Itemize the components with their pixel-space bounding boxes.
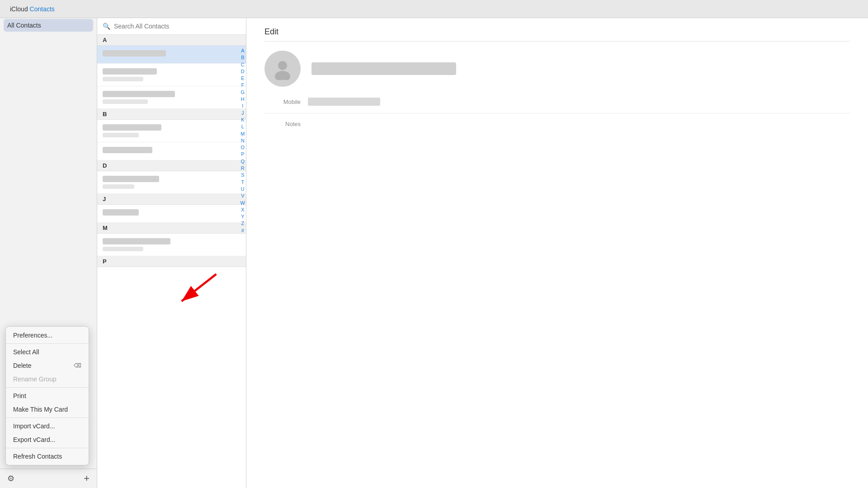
contact-name-field — [311, 62, 456, 75]
mobile-label: Mobile — [264, 99, 301, 105]
alpha-p[interactable]: P — [241, 151, 244, 157]
menu-item-rename-group: Rename Group — [6, 372, 89, 386]
contact-name-bar — [103, 238, 170, 244]
mobile-value — [308, 98, 380, 106]
contact-name-bar — [103, 176, 159, 182]
contacts-label: Contacts — [30, 5, 55, 13]
alpha-i[interactable]: I — [242, 103, 243, 109]
alpha-s[interactable]: S — [241, 172, 244, 178]
make-my-card-label: Make This My Card — [13, 406, 68, 413]
sidebar-footer: ⚙ + — [0, 469, 97, 488]
main-area: All Contacts Preferences... Select All D… — [0, 18, 868, 488]
gear-button[interactable]: ⚙ — [7, 474, 14, 483]
rename-group-label: Rename Group — [13, 375, 57, 383]
list-item[interactable] — [97, 234, 246, 256]
list-item[interactable] — [97, 46, 246, 64]
list-item[interactable] — [97, 64, 246, 86]
search-bar: 🔍 — [97, 18, 246, 35]
delete-label: Delete — [13, 362, 31, 369]
notes-label: Notes — [264, 121, 301, 127]
section-header-m: M — [97, 223, 246, 234]
contact-sub-bar — [103, 77, 143, 81]
alpha-q[interactable]: Q — [241, 158, 245, 164]
alpha-o[interactable]: O — [241, 144, 245, 150]
menu-separator-2 — [6, 387, 89, 388]
alpha-v[interactable]: V — [241, 192, 244, 199]
contact-sub-bar — [103, 99, 148, 104]
alpha-n[interactable]: N — [241, 137, 245, 144]
alpha-j[interactable]: J — [241, 110, 244, 116]
menu-item-delete[interactable]: Delete ⌫ — [6, 359, 89, 372]
menu-item-make-my-card[interactable]: Make This My Card — [6, 403, 89, 416]
app-title: iCloud Contacts — [10, 5, 55, 13]
alpha-a[interactable]: A — [241, 47, 244, 54]
alpha-w[interactable]: W — [241, 200, 245, 206]
menu-item-import-vcard[interactable]: Import vCard... — [6, 419, 89, 433]
contact-name-bar — [103, 209, 139, 216]
search-icon: 🔍 — [103, 23, 110, 30]
menu-item-export-vcard[interactable]: Export vCard... — [6, 433, 89, 446]
icloud-label: iCloud — [10, 5, 28, 13]
alpha-h[interactable]: H — [241, 96, 245, 102]
alpha-c[interactable]: C — [241, 61, 245, 68]
titlebar: iCloud Contacts — [0, 0, 868, 18]
contact-list-panel: 🔍 A B — [97, 18, 246, 488]
section-header-p: P — [97, 256, 246, 267]
select-all-label: Select All — [13, 348, 39, 356]
menu-item-refresh[interactable]: Refresh Contacts — [6, 450, 89, 463]
list-item[interactable] — [97, 171, 246, 194]
search-input[interactable] — [114, 23, 241, 30]
svg-point-2 — [278, 61, 287, 70]
alpha-g[interactable]: G — [241, 89, 245, 95]
detail-panel: Edit Mobile Notes — [246, 18, 868, 488]
section-header-j: J — [97, 194, 246, 205]
list-item[interactable] — [97, 86, 246, 109]
context-menu: Preferences... Select All Delete ⌫ Renam… — [5, 326, 89, 465]
avatar — [264, 51, 301, 87]
section-header-b: B — [97, 109, 246, 120]
alpha-l[interactable]: L — [241, 123, 244, 130]
contact-name-bar — [103, 147, 152, 153]
menu-separator-4 — [6, 448, 89, 448]
list-item[interactable] — [97, 120, 246, 142]
section-header-d: D — [97, 160, 246, 171]
menu-item-print[interactable]: Print — [6, 389, 89, 403]
alpha-x[interactable]: X — [241, 206, 244, 213]
menu-separator-3 — [6, 418, 89, 418]
svg-point-3 — [275, 71, 290, 80]
mobile-field-row: Mobile — [264, 98, 850, 113]
refresh-contacts-label: Refresh Contacts — [13, 453, 62, 460]
contact-list: A B D — [97, 35, 246, 488]
alpha-e[interactable]: E — [241, 75, 244, 81]
import-vcard-label: Import vCard... — [13, 422, 55, 430]
menu-item-preferences[interactable]: Preferences... — [6, 328, 89, 342]
contact-name-bar — [103, 50, 166, 56]
alpha-d[interactable]: D — [241, 68, 245, 75]
alpha-k[interactable]: K — [241, 117, 244, 123]
alpha-hash[interactable]: # — [241, 227, 244, 234]
list-item[interactable] — [97, 205, 246, 223]
delete-icon: ⌫ — [74, 362, 81, 369]
contact-name-bar — [103, 68, 157, 75]
sidebar-item-all-contacts[interactable]: All Contacts — [4, 19, 93, 32]
edit-title: Edit — [264, 27, 850, 42]
menu-separator-1 — [6, 343, 89, 344]
alpha-m[interactable]: M — [241, 131, 245, 137]
alpha-y[interactable]: Y — [241, 213, 244, 220]
alpha-r[interactable]: R — [241, 165, 245, 171]
export-vcard-label: Export vCard... — [13, 436, 55, 443]
contact-sub-bar — [103, 247, 143, 251]
preferences-label: Preferences... — [13, 332, 52, 339]
alpha-f[interactable]: F — [241, 82, 244, 88]
sidebar: All Contacts Preferences... Select All D… — [0, 18, 97, 488]
alpha-u[interactable]: U — [241, 186, 245, 192]
list-item[interactable] — [97, 142, 246, 160]
menu-item-select-all[interactable]: Select All — [6, 345, 89, 359]
notes-field-row: Notes — [264, 121, 850, 127]
alphabet-index: A B C D E F G H I J K L M N O P Q R S T … — [241, 43, 245, 488]
add-contact-button[interactable]: + — [84, 473, 90, 484]
alpha-b[interactable]: B — [241, 54, 244, 61]
alpha-z[interactable]: Z — [241, 220, 244, 226]
section-header-a: A — [97, 35, 246, 46]
alpha-t[interactable]: T — [241, 179, 244, 185]
